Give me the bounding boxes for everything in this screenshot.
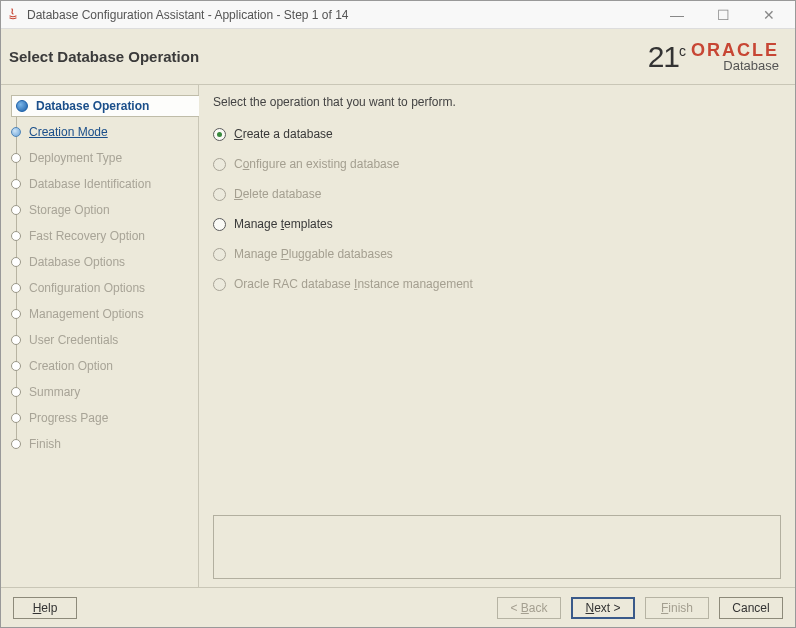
- radio-icon: [213, 218, 226, 231]
- body: Database OperationCreation ModeDeploymen…: [1, 85, 795, 587]
- radio-icon: [213, 278, 226, 291]
- step-dot-icon: [11, 335, 21, 345]
- step-dot-icon: [11, 439, 21, 449]
- step-list: Database OperationCreation ModeDeploymen…: [1, 95, 198, 455]
- header: Select Database Operation 21c ORACLE Dat…: [1, 29, 795, 85]
- step-label: Creation Mode: [29, 125, 108, 139]
- radio-icon: [213, 128, 226, 141]
- step-label: Storage Option: [29, 203, 110, 217]
- option-label: Create a database: [234, 127, 333, 141]
- sidebar: Database OperationCreation ModeDeploymen…: [1, 85, 199, 587]
- options-group: Create a databaseConfigure an existing d…: [213, 127, 781, 515]
- titlebar: Database Configuration Assistant - Appli…: [1, 1, 795, 29]
- step-label: Management Options: [29, 307, 144, 321]
- radio-icon: [213, 188, 226, 201]
- step-summary: Summary: [11, 381, 198, 403]
- window-controls: — ☐ ✕: [663, 5, 791, 25]
- maximize-button[interactable]: ☐: [709, 5, 737, 25]
- step-dot-icon: [11, 413, 21, 423]
- option-oracle-rac-database-instance-management: Oracle RAC database Instance management: [213, 277, 781, 291]
- step-label: Creation Option: [29, 359, 113, 373]
- instruction-text: Select the operation that you want to pe…: [213, 95, 781, 109]
- help-button[interactable]: Help: [13, 597, 77, 619]
- step-fast-recovery-option: Fast Recovery Option: [11, 225, 198, 247]
- step-dot-icon: [11, 257, 21, 267]
- step-storage-option: Storage Option: [11, 199, 198, 221]
- step-configuration-options: Configuration Options: [11, 277, 198, 299]
- option-label: Delete database: [234, 187, 321, 201]
- step-dot-icon: [11, 361, 21, 371]
- step-label: Finish: [29, 437, 61, 451]
- step-label: Fast Recovery Option: [29, 229, 145, 243]
- option-manage-pluggable-databases: Manage Pluggable databases: [213, 247, 781, 261]
- step-dot-icon: [11, 231, 21, 241]
- close-button[interactable]: ✕: [755, 5, 783, 25]
- step-label: Configuration Options: [29, 281, 145, 295]
- step-management-options: Management Options: [11, 303, 198, 325]
- step-dot-icon: [11, 387, 21, 397]
- step-deployment-type: Deployment Type: [11, 147, 198, 169]
- step-creation-mode[interactable]: Creation Mode: [11, 121, 198, 143]
- step-creation-option: Creation Option: [11, 355, 198, 377]
- message-box: [213, 515, 781, 579]
- option-label: Manage Pluggable databases: [234, 247, 393, 261]
- next-button[interactable]: Next >: [571, 597, 635, 619]
- step-label: Summary: [29, 385, 80, 399]
- step-label: Deployment Type: [29, 151, 122, 165]
- step-dot-icon: [11, 283, 21, 293]
- step-database-options: Database Options: [11, 251, 198, 273]
- option-configure-an-existing-database: Configure an existing database: [213, 157, 781, 171]
- step-dot-icon: [11, 127, 21, 137]
- page-title: Select Database Operation: [9, 48, 199, 65]
- step-dot-icon: [11, 205, 21, 215]
- step-dot-icon: [11, 153, 21, 163]
- option-delete-database: Delete database: [213, 187, 781, 201]
- logo-brand: ORACLE: [691, 41, 779, 59]
- logo-version: 21c: [648, 40, 685, 74]
- cancel-button[interactable]: Cancel: [719, 597, 783, 619]
- option-label: Oracle RAC database Instance management: [234, 277, 473, 291]
- option-create-a-database[interactable]: Create a database: [213, 127, 781, 141]
- back-button: < Back: [497, 597, 561, 619]
- step-finish: Finish: [11, 433, 198, 455]
- step-label: Progress Page: [29, 411, 108, 425]
- step-dot-icon: [16, 100, 28, 112]
- step-database-operation: Database Operation: [11, 95, 199, 117]
- java-icon: [5, 7, 21, 23]
- step-user-credentials: User Credentials: [11, 329, 198, 351]
- logo-sub: Database: [691, 59, 779, 72]
- step-label: Database Options: [29, 255, 125, 269]
- finish-button: Finish: [645, 597, 709, 619]
- main-panel: Select the operation that you want to pe…: [199, 85, 795, 587]
- option-manage-templates[interactable]: Manage templates: [213, 217, 781, 231]
- step-database-identification: Database Identification: [11, 173, 198, 195]
- minimize-button[interactable]: —: [663, 5, 691, 25]
- option-label: Manage templates: [234, 217, 333, 231]
- radio-icon: [213, 158, 226, 171]
- footer: Help < Back Next > Finish Cancel: [1, 587, 795, 627]
- step-label: Database Operation: [36, 99, 149, 113]
- step-label: Database Identification: [29, 177, 151, 191]
- step-label: User Credentials: [29, 333, 118, 347]
- oracle-logo: 21c ORACLE Database: [648, 40, 779, 74]
- option-label: Configure an existing database: [234, 157, 399, 171]
- step-progress-page: Progress Page: [11, 407, 198, 429]
- window: Database Configuration Assistant - Appli…: [0, 0, 796, 628]
- step-dot-icon: [11, 179, 21, 189]
- radio-icon: [213, 248, 226, 261]
- window-title: Database Configuration Assistant - Appli…: [27, 8, 663, 22]
- step-dot-icon: [11, 309, 21, 319]
